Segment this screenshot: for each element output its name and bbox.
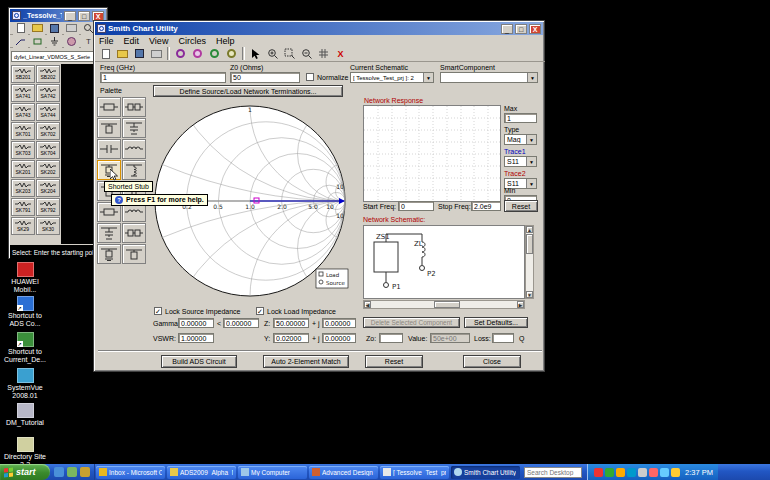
taskbar-button-ads-folder[interactable]: ADS2009_Alpha_Nov17 <box>167 466 236 479</box>
zo-input[interactable] <box>379 333 403 343</box>
zoom-out-icon[interactable] <box>299 47 314 60</box>
component-button[interactable]: SK201 <box>11 160 35 178</box>
palette-stepped-tline-button[interactable] <box>122 97 146 117</box>
print-icon[interactable] <box>149 47 164 60</box>
freq-input[interactable] <box>100 72 226 83</box>
component-button[interactable]: SK204 <box>36 179 60 197</box>
desktop-icon-shortcut-current[interactable]: ↗ Shortcut to Current_De... <box>2 332 48 364</box>
tray-icon[interactable] <box>627 468 636 477</box>
desktop-icon-huawei[interactable]: HUAWEI Mobil... <box>2 262 48 294</box>
grid-icon[interactable] <box>316 47 331 60</box>
tray-icon[interactable] <box>671 468 680 477</box>
normalize-checkbox[interactable]: Normalize <box>306 73 349 81</box>
pointer-icon[interactable] <box>248 47 263 60</box>
component-button[interactable]: SK791 <box>11 198 35 216</box>
open-folder-icon[interactable] <box>30 22 45 35</box>
component-button[interactable]: SK202 <box>36 160 60 178</box>
auto-match-button[interactable]: Auto 2-Element Match <box>263 355 349 368</box>
z-imag-input[interactable] <box>322 318 356 328</box>
tray-icon[interactable] <box>649 468 658 477</box>
desktop-icon-shortcut-ads[interactable]: ↗ Shortcut to ADS Co... <box>2 296 48 328</box>
smartcomponent-dropdown[interactable]: ▼ <box>440 72 538 83</box>
print-icon[interactable] <box>64 22 79 35</box>
response-reset-button[interactable]: Reset <box>504 200 538 212</box>
z-real-input[interactable] <box>273 318 309 328</box>
simulate-icon[interactable] <box>64 35 79 48</box>
component-button[interactable]: SB202 <box>36 65 60 83</box>
gamma-mag-input[interactable] <box>178 318 214 328</box>
set-defaults-button[interactable]: Set Defaults... <box>464 317 528 328</box>
tray-icon[interactable] <box>616 468 625 477</box>
show-desktop-icon[interactable] <box>67 467 77 477</box>
quick-launch-icon[interactable] <box>80 467 90 477</box>
schematic-minimize-button[interactable]: _ <box>64 11 76 21</box>
noise-circle-icon[interactable] <box>190 47 205 60</box>
menu-file[interactable]: File <box>99 36 114 46</box>
menu-help[interactable]: Help <box>216 36 235 46</box>
define-terminations-button[interactable]: Define Source/Load Network Terminations.… <box>153 85 343 97</box>
build-ads-circuit-button[interactable]: Build ADS Circuit <box>161 355 237 368</box>
palette-shunt-capacitor-2-button[interactable] <box>97 223 121 243</box>
gamma-angle-input[interactable] <box>223 318 259 328</box>
palette-shorted-stub-2-button[interactable] <box>97 244 121 264</box>
start-button[interactable]: start <box>0 464 50 480</box>
network-schematic-canvas[interactable]: ZS1 P1 ZL P2 <box>363 225 525 299</box>
palette-stepped-tline-2-button[interactable] <box>122 223 146 243</box>
open-folder-icon[interactable] <box>115 47 130 60</box>
taskbar-button-outlook[interactable]: Inbox - Microsoft Out... <box>96 466 165 479</box>
new-file-icon[interactable] <box>13 22 28 35</box>
close-dialog-button[interactable]: Close <box>463 355 521 368</box>
taskbar-button-smith-chart[interactable]: Smith Chart Utility <box>451 466 520 479</box>
palette-open-stub-3-button[interactable] <box>122 244 146 264</box>
lock-load-checkbox[interactable]: ✓Lock Load Impedance <box>256 307 336 315</box>
component-button[interactable]: SA742 <box>36 84 60 102</box>
reset-button[interactable]: Reset <box>365 355 423 368</box>
component-button[interactable]: SB201 <box>11 65 35 83</box>
taskbar-button-ads[interactable]: Advanced Design Sys... <box>309 466 378 479</box>
type-dropdown[interactable]: Mag▼ <box>504 134 537 145</box>
search-desktop-input[interactable] <box>524 467 582 478</box>
desktop-icon-dm-tutorial[interactable]: DM_Tutorial <box>2 403 48 427</box>
current-schematic-dropdown[interactable]: [ Tessolve_Test_prj ]: 2▼ <box>350 72 434 83</box>
palette-series-tline-button[interactable] <box>97 97 121 117</box>
component-button[interactable]: SK702 <box>36 122 60 140</box>
desktop-icon-systemvue[interactable]: SystemVue 2008.01 <box>2 368 48 400</box>
lock-source-checkbox[interactable]: ✓Lock Source Impedance <box>154 307 241 315</box>
y-real-input[interactable] <box>273 333 309 343</box>
component-button[interactable]: SK30 <box>36 217 60 235</box>
wire-tool-icon[interactable] <box>13 35 28 48</box>
schematic-horizontal-scrollbar[interactable]: ◀ ▶ <box>363 300 525 309</box>
network-response-plot[interactable] <box>363 105 501 202</box>
save-icon[interactable] <box>132 47 147 60</box>
y-imag-input[interactable] <box>322 333 356 343</box>
component-button[interactable]: SK792 <box>36 198 60 216</box>
trace1-dropdown[interactable]: S11▼ <box>504 156 537 167</box>
palette-shunt-capacitor-button[interactable] <box>122 118 146 138</box>
maximize-button[interactable]: □ <box>515 24 527 34</box>
minimize-button[interactable]: _ <box>501 24 513 34</box>
stability-circle-icon[interactable] <box>224 47 239 60</box>
loss-input[interactable] <box>492 333 514 343</box>
ground-tool-icon[interactable] <box>47 35 62 48</box>
tray-icon[interactable] <box>605 468 614 477</box>
menu-edit[interactable]: Edit <box>124 36 140 46</box>
save-icon[interactable] <box>47 22 62 35</box>
start-freq-input[interactable] <box>398 201 434 211</box>
component-button[interactable]: SK704 <box>36 141 60 159</box>
component-button[interactable]: SA744 <box>36 103 60 121</box>
palette-series-inductor-button[interactable] <box>122 139 146 159</box>
component-button[interactable]: SK29 <box>11 217 35 235</box>
stop-freq-input[interactable] <box>471 201 501 211</box>
tray-icon[interactable] <box>638 468 647 477</box>
component-tool-icon[interactable] <box>30 35 45 48</box>
schematic-title-bar[interactable]: _Tessolve_Test_prj [ Li... _ □ X <box>10 9 106 22</box>
schematic-maximize-button[interactable]: □ <box>78 11 90 21</box>
vswr-input[interactable] <box>178 333 214 343</box>
max-input[interactable] <box>504 113 537 123</box>
palette-open-stub-button[interactable] <box>97 118 121 138</box>
tray-icon[interactable] <box>660 468 669 477</box>
component-button[interactable]: SA743 <box>11 103 35 121</box>
component-button[interactable]: SK701 <box>11 122 35 140</box>
delete-icon[interactable]: X <box>333 47 348 60</box>
zoom-area-icon[interactable] <box>282 47 297 60</box>
